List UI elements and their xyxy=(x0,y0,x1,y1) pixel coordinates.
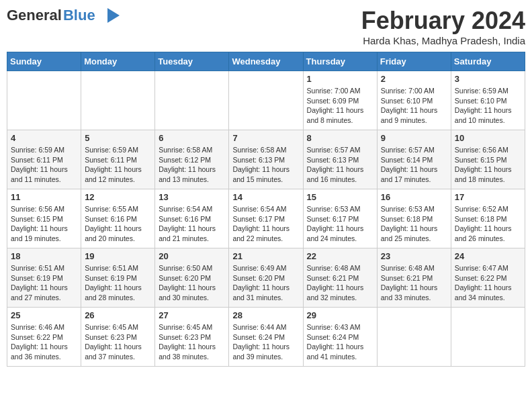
day-number: 22 xyxy=(307,251,373,261)
calendar-cell xyxy=(451,308,525,367)
day-number: 10 xyxy=(455,133,521,143)
day-number: 16 xyxy=(381,192,447,202)
day-number: 27 xyxy=(159,310,225,320)
calendar-cell: 9Sunrise: 6:57 AM Sunset: 6:14 PM Daylig… xyxy=(377,130,451,189)
day-info: Sunrise: 6:43 AM Sunset: 6:24 PM Dayligh… xyxy=(307,322,373,362)
col-header-wednesday: Wednesday xyxy=(229,52,303,71)
calendar-cell: 11Sunrise: 6:56 AM Sunset: 6:15 PM Dayli… xyxy=(7,189,81,248)
col-header-tuesday: Tuesday xyxy=(155,52,229,71)
month-year-title: February 2024 xyxy=(361,7,525,35)
location-subtitle: Harda Khas, Madhya Pradesh, India xyxy=(361,35,525,46)
day-info: Sunrise: 6:57 AM Sunset: 6:13 PM Dayligh… xyxy=(307,145,373,185)
calendar-cell: 17Sunrise: 6:52 AM Sunset: 6:18 PM Dayli… xyxy=(451,189,525,248)
day-info: Sunrise: 6:50 AM Sunset: 6:20 PM Dayligh… xyxy=(159,263,225,303)
calendar-week-row: 11Sunrise: 6:56 AM Sunset: 6:15 PM Dayli… xyxy=(7,189,525,248)
day-info: Sunrise: 6:51 AM Sunset: 6:19 PM Dayligh… xyxy=(11,263,77,303)
calendar-cell: 26Sunrise: 6:45 AM Sunset: 6:23 PM Dayli… xyxy=(81,308,155,367)
day-number: 12 xyxy=(85,192,151,202)
day-number: 25 xyxy=(11,310,77,320)
day-info: Sunrise: 6:48 AM Sunset: 6:21 PM Dayligh… xyxy=(381,263,447,303)
day-info: Sunrise: 6:57 AM Sunset: 6:14 PM Dayligh… xyxy=(381,145,447,185)
calendar-cell: 5Sunrise: 6:59 AM Sunset: 6:11 PM Daylig… xyxy=(81,130,155,189)
day-info: Sunrise: 6:52 AM Sunset: 6:18 PM Dayligh… xyxy=(455,204,521,244)
title-area: February 2024 Harda Khas, Madhya Pradesh… xyxy=(361,7,525,46)
day-number: 17 xyxy=(455,192,521,202)
day-info: Sunrise: 6:47 AM Sunset: 6:22 PM Dayligh… xyxy=(455,263,521,303)
day-number: 14 xyxy=(232,192,299,202)
calendar-cell: 15Sunrise: 6:53 AM Sunset: 6:17 PM Dayli… xyxy=(303,189,377,248)
day-info: Sunrise: 6:45 AM Sunset: 6:23 PM Dayligh… xyxy=(85,322,151,362)
calendar-cell: 18Sunrise: 6:51 AM Sunset: 6:19 PM Dayli… xyxy=(7,248,81,308)
col-header-saturday: Saturday xyxy=(451,52,525,71)
calendar-table: SundayMondayTuesdayWednesdayThursdayFrid… xyxy=(7,52,525,367)
day-info: Sunrise: 6:54 AM Sunset: 6:16 PM Dayligh… xyxy=(159,204,225,244)
calendar-cell: 4Sunrise: 6:59 AM Sunset: 6:11 PM Daylig… xyxy=(7,130,81,189)
col-header-monday: Monday xyxy=(81,52,155,71)
calendar-cell: 6Sunrise: 6:58 AM Sunset: 6:12 PM Daylig… xyxy=(155,130,229,189)
day-number: 7 xyxy=(232,133,299,143)
day-number: 23 xyxy=(381,251,447,261)
day-number: 8 xyxy=(307,133,373,143)
day-number: 3 xyxy=(455,74,521,84)
day-info: Sunrise: 6:53 AM Sunset: 6:18 PM Dayligh… xyxy=(381,204,447,244)
calendar-week-row: 4Sunrise: 6:59 AM Sunset: 6:11 PM Daylig… xyxy=(7,130,525,189)
day-info: Sunrise: 6:49 AM Sunset: 6:20 PM Dayligh… xyxy=(232,263,299,303)
calendar-header-row: SundayMondayTuesdayWednesdayThursdayFrid… xyxy=(7,52,525,71)
day-info: Sunrise: 6:56 AM Sunset: 6:15 PM Dayligh… xyxy=(455,145,521,185)
day-number: 4 xyxy=(11,133,77,143)
calendar-cell xyxy=(377,308,451,367)
day-number: 18 xyxy=(11,251,77,261)
day-info: Sunrise: 6:48 AM Sunset: 6:21 PM Dayligh… xyxy=(307,263,373,303)
calendar-cell: 22Sunrise: 6:48 AM Sunset: 6:21 PM Dayli… xyxy=(303,248,377,308)
calendar-cell: 13Sunrise: 6:54 AM Sunset: 6:16 PM Dayli… xyxy=(155,189,229,248)
calendar-cell xyxy=(229,71,303,130)
calendar-week-row: 18Sunrise: 6:51 AM Sunset: 6:19 PM Dayli… xyxy=(7,248,525,308)
day-info: Sunrise: 6:53 AM Sunset: 6:17 PM Dayligh… xyxy=(307,204,373,244)
calendar-cell: 10Sunrise: 6:56 AM Sunset: 6:15 PM Dayli… xyxy=(451,130,525,189)
calendar-week-row: 1Sunrise: 7:00 AM Sunset: 6:09 PM Daylig… xyxy=(7,71,525,130)
day-number: 29 xyxy=(307,310,373,320)
day-number: 2 xyxy=(381,74,447,84)
calendar-cell xyxy=(81,71,155,130)
logo-general: General xyxy=(7,7,62,24)
calendar-cell: 27Sunrise: 6:45 AM Sunset: 6:23 PM Dayli… xyxy=(155,308,229,367)
calendar-cell: 12Sunrise: 6:55 AM Sunset: 6:16 PM Dayli… xyxy=(81,189,155,248)
day-info: Sunrise: 6:58 AM Sunset: 6:12 PM Dayligh… xyxy=(159,145,225,185)
day-info: Sunrise: 6:54 AM Sunset: 6:17 PM Dayligh… xyxy=(232,204,299,244)
day-info: Sunrise: 6:45 AM Sunset: 6:23 PM Dayligh… xyxy=(159,322,225,362)
svg-marker-0 xyxy=(107,8,120,23)
day-info: Sunrise: 6:58 AM Sunset: 6:13 PM Dayligh… xyxy=(232,145,299,185)
day-info: Sunrise: 7:00 AM Sunset: 6:10 PM Dayligh… xyxy=(381,86,447,126)
calendar-cell: 1Sunrise: 7:00 AM Sunset: 6:09 PM Daylig… xyxy=(303,71,377,130)
day-number: 5 xyxy=(85,133,151,143)
day-info: Sunrise: 6:51 AM Sunset: 6:19 PM Dayligh… xyxy=(85,263,151,303)
calendar-cell xyxy=(155,71,229,130)
day-info: Sunrise: 6:44 AM Sunset: 6:24 PM Dayligh… xyxy=(232,322,299,362)
day-number: 11 xyxy=(11,192,77,202)
day-number: 24 xyxy=(455,251,521,261)
calendar-cell: 21Sunrise: 6:49 AM Sunset: 6:20 PM Dayli… xyxy=(229,248,303,308)
day-number: 6 xyxy=(159,133,225,143)
day-number: 13 xyxy=(159,192,225,202)
calendar-cell: 24Sunrise: 6:47 AM Sunset: 6:22 PM Dayli… xyxy=(451,248,525,308)
calendar-cell: 29Sunrise: 6:43 AM Sunset: 6:24 PM Dayli… xyxy=(303,308,377,367)
calendar-cell: 28Sunrise: 6:44 AM Sunset: 6:24 PM Dayli… xyxy=(229,308,303,367)
col-header-thursday: Thursday xyxy=(303,52,377,71)
col-header-friday: Friday xyxy=(377,52,451,71)
calendar-cell: 3Sunrise: 6:59 AM Sunset: 6:10 PM Daylig… xyxy=(451,71,525,130)
page-header: General Blue February 2024 Harda Khas, M… xyxy=(7,7,525,46)
day-number: 19 xyxy=(85,251,151,261)
day-info: Sunrise: 6:46 AM Sunset: 6:22 PM Dayligh… xyxy=(11,322,77,362)
calendar-cell: 23Sunrise: 6:48 AM Sunset: 6:21 PM Dayli… xyxy=(377,248,451,308)
calendar-cell: 8Sunrise: 6:57 AM Sunset: 6:13 PM Daylig… xyxy=(303,130,377,189)
day-info: Sunrise: 6:59 AM Sunset: 6:11 PM Dayligh… xyxy=(85,145,151,185)
day-info: Sunrise: 6:55 AM Sunset: 6:16 PM Dayligh… xyxy=(85,204,151,244)
calendar-week-row: 25Sunrise: 6:46 AM Sunset: 6:22 PM Dayli… xyxy=(7,308,525,367)
day-info: Sunrise: 7:00 AM Sunset: 6:09 PM Dayligh… xyxy=(307,86,373,126)
day-info: Sunrise: 6:59 AM Sunset: 6:10 PM Dayligh… xyxy=(455,86,521,126)
day-number: 15 xyxy=(307,192,373,202)
logo-blue: Blue xyxy=(63,7,95,24)
day-number: 20 xyxy=(159,251,225,261)
col-header-sunday: Sunday xyxy=(7,52,81,71)
calendar-cell xyxy=(7,71,81,130)
